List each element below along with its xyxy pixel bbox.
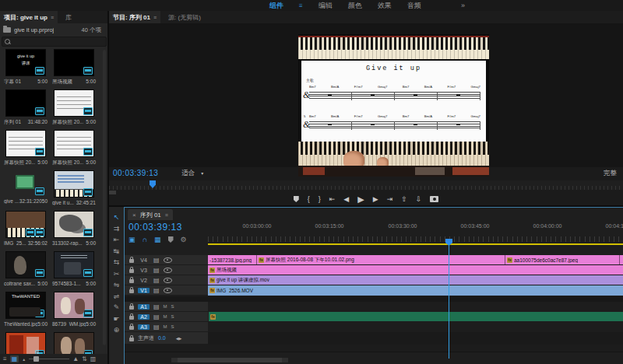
project-item[interactable]: 屏幕快照 20...5:00 — [51, 130, 97, 169]
project-item[interactable]: 黑场视频5:00 — [51, 49, 97, 88]
lock-icon[interactable] — [129, 326, 134, 330]
slider-handle[interactable] — [33, 356, 39, 362]
slip-tool[interactable]: ⇋ — [114, 281, 120, 289]
lock-icon[interactable] — [129, 259, 134, 263]
clip-thumbnail[interactable] — [5, 211, 46, 238]
extract-button[interactable]: ⇩ — [416, 195, 422, 203]
add-marker-button[interactable] — [168, 236, 174, 243]
project-item[interactable]: 9574583-1...5:00 — [51, 251, 97, 290]
clip-thumbnail[interactable] — [5, 130, 46, 157]
snap-toggle[interactable]: ∩ — [143, 236, 147, 243]
sort-button[interactable]: ⇅ — [82, 355, 87, 362]
track-output-eye-icon[interactable] — [164, 288, 172, 293]
program-timecode[interactable]: 00:03:39:13 — [113, 169, 158, 177]
sequence-thumbnail[interactable] — [5, 89, 46, 117]
project-item[interactable]: 屏幕快照 20...5:00 — [3, 130, 48, 169]
export-frame-button[interactable] — [430, 196, 438, 202]
timeline-clip[interactable]: -15387238.jpg.png — [208, 255, 257, 264]
workspace-tab-assembly[interactable]: 组件 — [269, 1, 283, 11]
lock-icon[interactable] — [129, 269, 134, 273]
timeline-clip[interactable]: fx黑场视频 — [208, 265, 623, 275]
grid-view-button[interactable]: ▦ — [10, 355, 19, 362]
rate-stretch-tool[interactable]: ⇆ — [114, 258, 120, 266]
sync-lock-icon[interactable]: ▤ — [153, 324, 160, 331]
lock-icon[interactable] — [129, 306, 134, 310]
timeline-clip[interactable]: fx屏幕快照 2016-08-08 下午10.01.02.png — [257, 255, 505, 264]
lock-icon[interactable] — [129, 279, 134, 283]
workspace-tab-editing[interactable]: 编辑 — [319, 1, 333, 11]
zoom-in-icon[interactable]: ▲ — [72, 355, 79, 362]
lock-icon[interactable] — [129, 289, 134, 293]
pen-tool[interactable]: ✎ — [114, 303, 120, 311]
play-button[interactable]: ▶ — [357, 194, 364, 205]
tab-program[interactable]: 节目: 序列 01 ≡ — [109, 11, 160, 23]
razor-tool[interactable]: ✂ — [114, 270, 120, 278]
timeline-horizontal-scrollbar[interactable] — [171, 358, 288, 362]
track-target-a3[interactable]: A3 — [138, 324, 150, 330]
linked-selection-toggle[interactable]: ▦ — [154, 236, 161, 243]
slide-tool[interactable]: ⇌ — [114, 292, 120, 300]
panel-menu-icon[interactable]: ≡ — [153, 15, 157, 20]
image-thumbnail[interactable] — [54, 211, 94, 238]
solo-button[interactable]: S — [171, 324, 174, 329]
track-target-a2[interactable]: A2 — [138, 314, 150, 320]
insert-as-nest-toggle[interactable]: ▣ — [128, 236, 136, 243]
mute-button[interactable]: M — [164, 314, 167, 319]
sync-lock-icon[interactable]: ▤ — [153, 267, 160, 274]
project-file-name[interactable]: give it up.prproj — [14, 26, 54, 33]
workspace-tab-audio[interactable]: 音频 — [407, 1, 421, 11]
list-view-button[interactable]: ≡ — [3, 355, 7, 362]
clip-thumbnail[interactable]: give it up讲课 — [5, 49, 46, 76]
close-icon[interactable]: × — [132, 212, 136, 219]
timeline-settings-icon[interactable]: ⚙ — [181, 236, 187, 243]
project-item[interactable]: IMG_25...32:56:02 — [3, 211, 48, 250]
search-input[interactable] — [2, 37, 107, 47]
keyframe-nav-icon[interactable]: ◀▶ — [176, 336, 182, 341]
project-item[interactable]: give ...32:31:22050 — [3, 170, 48, 209]
track-output-eye-icon[interactable] — [164, 268, 172, 273]
timeline-clip[interactable] — [620, 255, 623, 264]
track-output-eye-icon[interactable] — [164, 278, 172, 283]
project-scrollbar[interactable] — [103, 50, 106, 345]
lift-button[interactable]: ⇧ — [401, 195, 407, 203]
workspace-tab-effects[interactable]: 效果 — [378, 1, 392, 11]
track-select-forward-tool[interactable]: ⇉ — [114, 225, 120, 233]
mark-in-button[interactable]: { — [308, 195, 310, 203]
image-thumbnail[interactable] — [54, 292, 94, 319]
timeline-clip[interactable]: fxgive it up 讲课虚拟.mov — [208, 275, 623, 285]
project-item[interactable]: TheWANTED TheWanted.jpg5:00 — [3, 292, 48, 331]
panel-menu-icon[interactable]: ≡ — [51, 15, 54, 20]
mute-button[interactable]: M — [164, 304, 167, 309]
project-item[interactable]: give it u...32:45:21 — [51, 170, 97, 209]
workspace-tab-color[interactable]: 颜色 — [348, 1, 362, 11]
tab-library[interactable]: 库 — [58, 13, 79, 22]
timeline-ruler[interactable]: 00:03:00:00 00:03:15:00 00:03:30:00 00:0… — [208, 220, 623, 243]
project-item[interactable]: coltrane sax...5:00 — [3, 251, 48, 290]
image-thumbnail[interactable] — [54, 251, 94, 278]
image-thumbnail[interactable] — [5, 251, 46, 278]
solo-button[interactable]: S — [171, 314, 174, 319]
sync-lock-icon[interactable]: ▤ — [153, 303, 160, 310]
sync-lock-icon[interactable]: ▤ — [153, 257, 160, 264]
mute-button[interactable]: M — [164, 324, 167, 329]
clip-thumbnail[interactable] — [54, 130, 94, 157]
timeline-clip[interactable]: fxIMG_2526.MOV — [208, 285, 623, 296]
selection-tool[interactable]: ↖ — [114, 213, 120, 221]
panel-menu-icon[interactable]: ≡ — [165, 212, 168, 218]
audio-clip[interactable]: fx — [209, 312, 623, 321]
timeline-timecode[interactable]: 00:03:39:13 — [128, 222, 182, 233]
automate-to-sequence-button[interactable]: ▥ — [90, 355, 97, 362]
thumbnail-zoom-slider[interactable] — [29, 359, 69, 359]
video-audio-divider[interactable] — [125, 296, 623, 302]
ripple-edit-tool[interactable]: ⇤ — [114, 236, 120, 243]
project-item[interactable]: 86739_WM.jpg5:00 — [51, 292, 97, 331]
work-area-bar[interactable] — [208, 243, 623, 245]
track-target-v4[interactable]: V4 — [138, 257, 150, 263]
mark-out-button[interactable]: } — [319, 195, 321, 203]
zoom-out-icon[interactable]: ▲ — [22, 357, 26, 362]
tab-source[interactable]: 源: (无剪辑) — [160, 13, 209, 22]
timeline-clip[interactable]: fxaa100075de6c0ac7e87.jpeg — [505, 255, 620, 264]
track-output-eye-icon[interactable] — [164, 257, 172, 263]
go-to-out-button[interactable]: ⇥ — [387, 195, 393, 203]
lock-icon[interactable] — [129, 338, 134, 341]
